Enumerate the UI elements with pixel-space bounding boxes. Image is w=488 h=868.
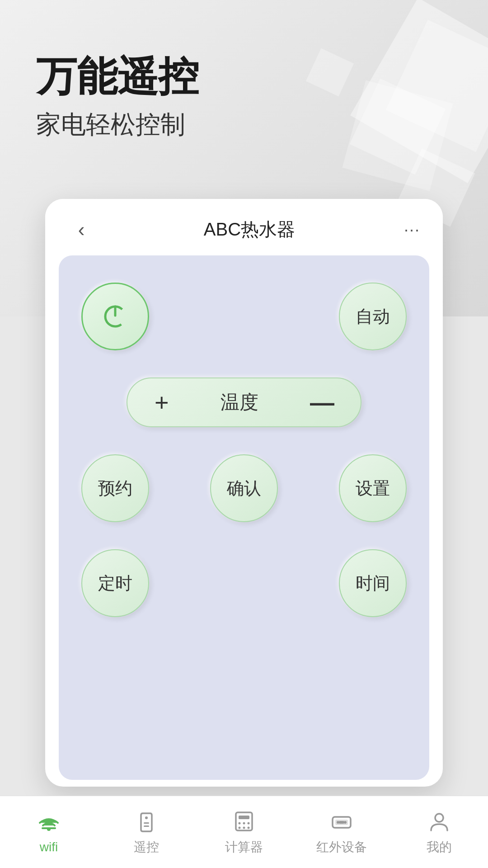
bottom-navigation: wifi 遥控 计算器 [0,796,488,868]
remote-icon [134,809,159,834]
geo-shape-1 [386,20,488,152]
nav-item-calculator[interactable]: 计算器 [195,809,293,856]
svg-rect-5 [144,822,149,824]
sub-title: 家电轻松控制 [36,108,199,142]
nav-item-wifi[interactable]: wifi [0,810,98,854]
remote-body: 自动 + 温度 — 预约 确认 设置 定时 时间 [59,255,429,780]
confirm-button[interactable]: 确认 [210,454,278,522]
more-button[interactable]: ··· [404,220,420,239]
nav-label-mine: 我的 [427,839,452,856]
auto-button[interactable]: 自动 [339,283,407,350]
nav-item-remote[interactable]: 遥控 [98,809,195,856]
main-title: 万能遥控 [36,54,199,99]
svg-rect-8 [239,816,249,819]
svg-point-11 [248,822,250,824]
back-button[interactable]: ‹ [68,218,95,241]
timer-button[interactable]: 定时 [81,549,149,617]
svg-point-20 [435,814,443,822]
svg-point-10 [243,822,245,824]
top-row: 自动 [81,283,407,350]
svg-point-3 [47,827,51,831]
svg-rect-6 [144,826,149,827]
calculator-icon [231,809,257,834]
wifi-icon [36,810,61,835]
nav-item-infrared[interactable]: 红外设备 [293,809,390,856]
card-title: ABC热水器 [204,217,295,242]
header-text: 万能遥控 家电轻松控制 [36,54,199,142]
mine-icon [427,809,452,834]
reserve-button[interactable]: 预约 [81,454,149,522]
svg-point-14 [248,826,250,829]
nav-label-wifi: wifi [40,840,58,854]
remote-card: ‹ ABC热水器 ··· 自动 + 温度 — 预约 [45,199,443,787]
svg-point-13 [243,826,245,829]
settings-button[interactable]: 设置 [339,454,407,522]
middle-row: 预约 确认 设置 [81,454,407,522]
svg-point-12 [239,826,241,829]
nav-label-infrared: 红外设备 [316,839,367,856]
svg-point-9 [239,822,241,824]
temp-label: 温度 [221,390,258,415]
svg-point-4 [145,816,148,819]
temperature-control[interactable]: + 温度 — [127,377,361,427]
temp-plus[interactable]: + [155,388,169,416]
nav-item-mine[interactable]: 我的 [390,809,488,856]
infrared-icon [329,809,354,834]
card-header: ‹ ABC热水器 ··· [45,199,443,255]
nav-label-calculator: 计算器 [225,839,263,856]
temp-minus[interactable]: — [310,388,333,416]
time-button[interactable]: 时间 [339,549,407,617]
power-button[interactable] [81,283,149,350]
bottom-row: 定时 时间 [81,549,407,617]
temp-row: + 温度 — [81,377,407,427]
power-icon [102,303,129,330]
geo-shape-5 [306,48,354,96]
svg-rect-19 [339,821,344,824]
nav-label-remote: 遥控 [134,839,159,856]
